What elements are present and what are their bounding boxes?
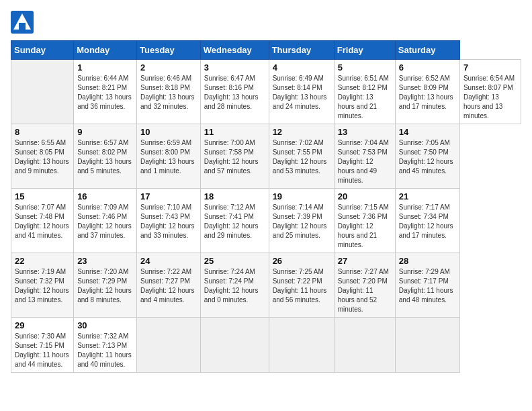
day-number: 14	[399, 127, 456, 137]
day-number: 16	[77, 191, 133, 201]
weekday-header-thursday: Thursday	[269, 41, 334, 60]
day-number: 20	[338, 191, 392, 201]
day-number: 30	[77, 320, 133, 330]
day-number: 11	[204, 127, 265, 137]
day-number: 17	[140, 191, 197, 201]
calendar-body: 1Sunrise: 6:44 AM Sunset: 8:21 PM Daylig…	[11, 60, 521, 373]
day-info: Sunrise: 7:02 AM Sunset: 7:55 PM Dayligh…	[273, 138, 330, 176]
day-info: Sunrise: 6:57 AM Sunset: 8:02 PM Dayligh…	[77, 138, 133, 176]
day-info: Sunrise: 6:55 AM Sunset: 8:05 PM Dayligh…	[15, 138, 70, 176]
weekday-header-saturday: Saturday	[395, 41, 459, 60]
day-number: 19	[273, 191, 330, 201]
day-number: 18	[204, 191, 265, 201]
day-info: Sunrise: 7:07 AM Sunset: 7:48 PM Dayligh…	[15, 203, 70, 240]
day-number: 13	[338, 127, 392, 137]
day-number: 29	[15, 320, 70, 330]
logo	[11, 11, 36, 34]
calendar-day-11: 11Sunrise: 7:00 AM Sunset: 7:58 PM Dayli…	[200, 124, 269, 189]
empty-cell	[334, 318, 395, 373]
calendar-day-26: 26Sunrise: 7:25 AM Sunset: 7:22 PM Dayli…	[269, 253, 334, 318]
calendar-day-14: 14Sunrise: 7:05 AM Sunset: 7:50 PM Dayli…	[395, 124, 459, 189]
day-info: Sunrise: 7:24 AM Sunset: 7:24 PM Dayligh…	[204, 267, 265, 305]
day-info: Sunrise: 7:29 AM Sunset: 7:17 PM Dayligh…	[399, 267, 456, 305]
calendar-day-18: 18Sunrise: 7:12 AM Sunset: 7:41 PM Dayli…	[200, 189, 269, 253]
day-info: Sunrise: 6:44 AM Sunset: 8:21 PM Dayligh…	[77, 74, 133, 111]
calendar-day-8: 8Sunrise: 6:55 AM Sunset: 8:05 PM Daylig…	[11, 124, 74, 189]
empty-cell	[137, 318, 201, 373]
calendar-day-4: 4Sunrise: 6:49 AM Sunset: 8:14 PM Daylig…	[269, 60, 334, 124]
day-info: Sunrise: 6:54 AM Sunset: 8:07 PM Dayligh…	[463, 74, 517, 121]
day-number: 21	[399, 191, 456, 201]
calendar-week-5: 29Sunrise: 7:30 AM Sunset: 7:15 PM Dayli…	[11, 318, 521, 373]
calendar-day-17: 17Sunrise: 7:10 AM Sunset: 7:43 PM Dayli…	[137, 189, 201, 253]
logo-icon	[11, 11, 34, 34]
day-info: Sunrise: 7:14 AM Sunset: 7:39 PM Dayligh…	[273, 203, 330, 240]
day-info: Sunrise: 7:10 AM Sunset: 7:43 PM Dayligh…	[140, 203, 197, 240]
day-number: 28	[399, 256, 456, 266]
calendar-day-6: 6Sunrise: 6:52 AM Sunset: 8:09 PM Daylig…	[395, 60, 459, 124]
weekday-header-friday: Friday	[334, 41, 395, 60]
calendar-week-4: 22Sunrise: 7:19 AM Sunset: 7:32 PM Dayli…	[11, 253, 521, 318]
calendar-day-22: 22Sunrise: 7:19 AM Sunset: 7:32 PM Dayli…	[11, 253, 74, 318]
calendar-week-3: 15Sunrise: 7:07 AM Sunset: 7:48 PM Dayli…	[11, 189, 521, 253]
weekday-header-tuesday: Tuesday	[137, 41, 201, 60]
calendar-day-21: 21Sunrise: 7:17 AM Sunset: 7:34 PM Dayli…	[395, 189, 459, 253]
day-number: 5	[338, 62, 392, 73]
empty-cell	[200, 318, 269, 373]
day-info: Sunrise: 7:04 AM Sunset: 7:53 PM Dayligh…	[338, 138, 392, 185]
day-info: Sunrise: 7:22 AM Sunset: 7:27 PM Dayligh…	[140, 267, 197, 305]
day-number: 25	[204, 256, 265, 266]
calendar-day-3: 3Sunrise: 6:47 AM Sunset: 8:16 PM Daylig…	[200, 60, 269, 124]
calendar-day-24: 24Sunrise: 7:22 AM Sunset: 7:27 PM Dayli…	[137, 253, 201, 318]
day-number: 26	[273, 256, 330, 266]
calendar-day-12: 12Sunrise: 7:02 AM Sunset: 7:55 PM Dayli…	[269, 124, 334, 189]
day-info: Sunrise: 7:15 AM Sunset: 7:36 PM Dayligh…	[338, 203, 392, 250]
day-number: 12	[273, 127, 330, 137]
empty-cell	[395, 318, 459, 373]
day-number: 10	[140, 127, 197, 137]
calendar-day-7: 7Sunrise: 6:54 AM Sunset: 8:07 PM Daylig…	[459, 60, 521, 124]
weekday-header-sunday: Sunday	[11, 41, 74, 60]
weekday-header-monday: Monday	[74, 41, 137, 60]
empty-cell	[269, 318, 334, 373]
calendar-header-row: SundayMondayTuesdayWednesdayThursdayFrid…	[11, 41, 521, 60]
day-info: Sunrise: 7:17 AM Sunset: 7:34 PM Dayligh…	[399, 203, 456, 240]
day-number: 7	[463, 62, 517, 73]
calendar-day-15: 15Sunrise: 7:07 AM Sunset: 7:48 PM Dayli…	[11, 189, 74, 253]
day-number: 4	[273, 62, 330, 73]
calendar-day-19: 19Sunrise: 7:14 AM Sunset: 7:39 PM Dayli…	[269, 189, 334, 253]
day-info: Sunrise: 6:46 AM Sunset: 8:18 PM Dayligh…	[140, 74, 197, 111]
calendar-day-27: 27Sunrise: 7:27 AM Sunset: 7:20 PM Dayli…	[334, 253, 395, 318]
day-info: Sunrise: 7:05 AM Sunset: 7:50 PM Dayligh…	[399, 138, 456, 176]
calendar-day-5: 5Sunrise: 6:51 AM Sunset: 8:12 PM Daylig…	[334, 60, 395, 124]
day-number: 27	[338, 256, 392, 266]
day-info: Sunrise: 6:59 AM Sunset: 8:00 PM Dayligh…	[140, 138, 197, 176]
day-number: 15	[15, 191, 70, 201]
calendar-week-1: 1Sunrise: 6:44 AM Sunset: 8:21 PM Daylig…	[11, 60, 521, 124]
day-number: 9	[77, 127, 133, 137]
calendar-week-2: 8Sunrise: 6:55 AM Sunset: 8:05 PM Daylig…	[11, 124, 521, 189]
day-number: 2	[140, 62, 197, 73]
page-header	[11, 11, 521, 34]
calendar-day-9: 9Sunrise: 6:57 AM Sunset: 8:02 PM Daylig…	[74, 124, 137, 189]
empty-cell	[11, 60, 74, 124]
day-number: 23	[77, 256, 133, 266]
day-info: Sunrise: 7:20 AM Sunset: 7:29 PM Dayligh…	[77, 267, 133, 305]
calendar-day-2: 2Sunrise: 6:46 AM Sunset: 8:18 PM Daylig…	[137, 60, 201, 124]
day-info: Sunrise: 7:30 AM Sunset: 7:15 PM Dayligh…	[15, 332, 70, 369]
day-info: Sunrise: 7:09 AM Sunset: 7:46 PM Dayligh…	[77, 203, 133, 240]
calendar-table: SundayMondayTuesdayWednesdayThursdayFrid…	[11, 40, 521, 373]
day-info: Sunrise: 6:52 AM Sunset: 8:09 PM Dayligh…	[399, 74, 456, 111]
day-info: Sunrise: 7:32 AM Sunset: 7:13 PM Dayligh…	[77, 332, 133, 369]
day-number: 24	[140, 256, 197, 266]
calendar-day-20: 20Sunrise: 7:15 AM Sunset: 7:36 PM Dayli…	[334, 189, 395, 253]
day-number: 1	[77, 62, 133, 73]
day-info: Sunrise: 7:19 AM Sunset: 7:32 PM Dayligh…	[15, 267, 70, 305]
day-number: 8	[15, 127, 70, 137]
day-number: 6	[399, 62, 456, 73]
day-info: Sunrise: 6:49 AM Sunset: 8:14 PM Dayligh…	[273, 74, 330, 111]
calendar-day-25: 25Sunrise: 7:24 AM Sunset: 7:24 PM Dayli…	[200, 253, 269, 318]
calendar-day-10: 10Sunrise: 6:59 AM Sunset: 8:00 PM Dayli…	[137, 124, 201, 189]
day-info: Sunrise: 6:47 AM Sunset: 8:16 PM Dayligh…	[204, 74, 265, 111]
day-info: Sunrise: 7:12 AM Sunset: 7:41 PM Dayligh…	[204, 203, 265, 240]
